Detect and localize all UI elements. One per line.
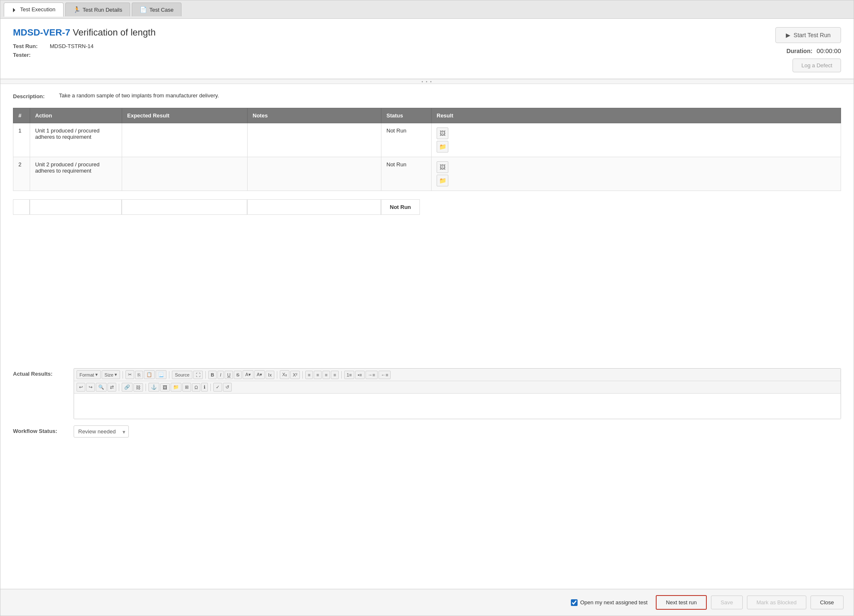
log-defect-button[interactable]: Log a Defect <box>793 59 841 72</box>
font-color-button[interactable]: A▾ <box>243 370 253 379</box>
tab-test-run-details[interactable]: 🏃 Test Run Details <box>65 3 130 16</box>
subscript-button[interactable]: X₂ <box>280 370 289 379</box>
workflow-status-select[interactable]: Review needed Approved Rejected Draft <box>74 425 129 438</box>
add-file-button[interactable]: 📁 <box>437 175 448 186</box>
undo-button[interactable]: ↩ <box>77 383 85 392</box>
bold-button[interactable]: B <box>208 371 217 379</box>
table-button[interactable]: ⊞ <box>182 383 191 392</box>
separator-5 <box>302 371 303 379</box>
tab-test-case[interactable]: 📄 Test Case <box>132 3 182 16</box>
paste-button[interactable]: 📋 <box>144 370 155 379</box>
editor-toolbar-2: ↩ ↪ 🔍 ⇄ 🔗 ⛓ ⚓ 🖼 📁 ⊞ Ω ℹ ✓ ↺ <box>74 381 841 394</box>
underline-button[interactable]: U <box>225 371 233 379</box>
start-test-run-button[interactable]: ▶ Start Test Run <box>775 27 841 43</box>
cell-expected[interactable] <box>122 123 248 157</box>
next-test-run-button[interactable]: Next test run <box>656 595 707 610</box>
link-button[interactable]: 🔗 <box>122 383 133 392</box>
cell-notes[interactable] <box>248 157 381 191</box>
source-button[interactable]: Source <box>172 371 192 379</box>
drag-divider[interactable]: • • • <box>0 79 854 84</box>
copy-button[interactable]: ⎘ <box>135 371 143 379</box>
ordered-list-button[interactable]: 1≡ <box>344 371 355 379</box>
add-image-button[interactable]: 🖼 <box>437 127 448 139</box>
cell-action: Unit 1 produced / procured adheres to re… <box>30 123 122 157</box>
test-steps-table: # Action Expected Result Notes Status Re… <box>13 108 841 191</box>
separator-3 <box>205 371 206 379</box>
table-row: 1 Unit 1 produced / procured adheres to … <box>13 123 841 157</box>
actual-results-input[interactable] <box>74 394 841 419</box>
format-group: Format ▾ Size ▾ <box>77 370 120 379</box>
outdent-button[interactable]: ←≡ <box>378 371 391 379</box>
description-value: Take a random sample of two implants fro… <box>59 92 219 99</box>
mark-blocked-button[interactable]: Mark as Blocked <box>747 596 806 609</box>
separator-6 <box>341 371 342 379</box>
size-dropdown[interactable]: Size ▾ <box>102 370 120 379</box>
replace-button[interactable]: ⇄ <box>107 383 116 392</box>
editor-toolbar-1: Format ▾ Size ▾ ✂ ⎘ 📋 📃 <box>74 369 841 381</box>
duration-label: Duration: <box>786 48 812 54</box>
cell-num: 2 <box>13 157 30 191</box>
cut-button[interactable]: ✂ <box>125 370 134 379</box>
actual-results-editor: Format ▾ Size ▾ ✂ ⎘ 📋 📃 <box>74 368 841 419</box>
title-text: Verification of length <box>73 27 156 38</box>
tab-test-execution[interactable]: ⏵ Test Execution <box>4 3 64 17</box>
align-right-button[interactable]: ≡ <box>322 371 330 379</box>
remove-format-button[interactable]: Ix <box>266 371 274 379</box>
align-justify-button[interactable]: ≡ <box>331 371 338 379</box>
add-file-button[interactable]: 📁 <box>437 141 448 153</box>
chevron-down-icon: ▾ <box>95 372 98 377</box>
test-run-label: Test Run: <box>13 43 46 49</box>
cell-result: 🖼 📁 <box>432 157 841 191</box>
info-button[interactable]: ℹ <box>201 383 208 392</box>
check-button[interactable]: ✓ <box>213 383 222 392</box>
find-button[interactable]: 🔍 <box>96 383 107 392</box>
chevron-down-icon-2: ▾ <box>115 372 117 377</box>
drag-handle-icon: • • • <box>422 79 432 84</box>
duration-row: Duration: 00:00:00 <box>786 47 841 54</box>
align-center-button[interactable]: ≡ <box>314 371 321 379</box>
add-image-button[interactable]: 🖼 <box>437 161 448 173</box>
folder-button[interactable]: 📁 <box>171 383 182 392</box>
redo-button[interactable]: ↪ <box>86 383 95 392</box>
header-right: ▶ Start Test Run Duration: 00:00:00 Log … <box>775 27 841 72</box>
indent-button[interactable]: →≡ <box>366 371 378 379</box>
tester-label: Tester: <box>13 52 46 58</box>
cell-result: 🖼 📁 <box>432 123 841 157</box>
col-header-status: Status <box>381 108 432 123</box>
item-id-link[interactable]: MDSD-VER-7 <box>13 27 70 38</box>
separator-9 <box>210 384 211 391</box>
header-left: MDSD-VER-7 Verification of length Test R… <box>13 27 775 61</box>
play-icon: ▶ <box>786 32 790 38</box>
special-char-button[interactable]: Ω <box>192 383 200 392</box>
open-next-checkbox[interactable] <box>571 599 578 606</box>
fullscreen-button[interactable]: ⛶ <box>193 371 203 379</box>
superscript-button[interactable]: X² <box>290 371 300 379</box>
image-button[interactable]: 🖼 <box>160 383 170 392</box>
actual-results-section: Actual Results: Format ▾ Size ▾ <box>0 368 854 452</box>
unlink-button[interactable]: ⛓ <box>133 383 143 392</box>
workflow-wrapper: Review needed Approved Rejected Draft <box>74 425 129 438</box>
col-header-num: # <box>13 108 30 123</box>
document-icon: 📄 <box>140 6 147 13</box>
format-dropdown[interactable]: Format ▾ <box>77 370 101 379</box>
cell-notes[interactable] <box>248 123 381 157</box>
cell-num: 1 <box>13 123 30 157</box>
refresh-button[interactable]: ↺ <box>223 383 232 392</box>
spacer <box>0 452 854 589</box>
cell-expected[interactable] <box>122 157 248 191</box>
save-button[interactable]: Save <box>711 596 743 609</box>
anchor-button[interactable]: ⚓ <box>148 383 159 392</box>
close-button[interactable]: Close <box>811 596 844 609</box>
paste-text-button[interactable]: 📃 <box>156 370 166 379</box>
align-left-button[interactable]: ≡ <box>305 371 313 379</box>
tab-bar: ⏵ Test Execution 🏃 Test Run Details 📄 Te… <box>0 0 854 19</box>
bg-color-button[interactable]: A▾ <box>254 370 265 379</box>
format-actions-group: ✂ ⎘ 📋 📃 <box>125 370 166 379</box>
italic-button[interactable]: I <box>217 371 224 379</box>
separator-4 <box>277 371 277 379</box>
duration-value: 00:00:00 <box>817 47 841 54</box>
cell-action: Unit 2 produced / procured adheres to re… <box>30 157 122 191</box>
unordered-list-button[interactable]: •≡ <box>355 371 364 379</box>
open-next-checkbox-group: Open my next assigned test <box>571 599 647 606</box>
strikethrough-button[interactable]: S <box>234 371 242 379</box>
